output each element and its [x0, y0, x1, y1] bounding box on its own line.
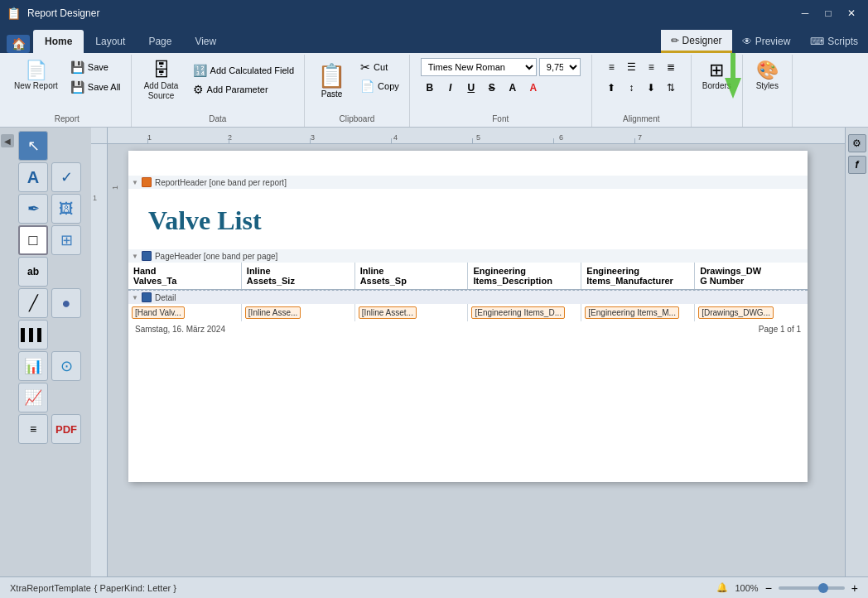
- font-family-select[interactable]: Times New Roman: [421, 58, 537, 76]
- new-report-button[interactable]: 📄 New Report: [8, 58, 64, 94]
- strikethrough-button[interactable]: S: [483, 79, 501, 97]
- detail-cell-0[interactable]: [Hand Valv...: [128, 304, 242, 321]
- font-color-button[interactable]: A: [524, 79, 542, 97]
- toolbox-pdf[interactable]: PDF: [51, 414, 81, 444]
- detail-cell-3[interactable]: [Engineering Items_D...: [468, 304, 581, 321]
- tab-designer[interactable]: ✏ Designer: [661, 30, 732, 53]
- styles-button[interactable]: 🎨 Styles: [750, 58, 784, 94]
- toolbox-gauge[interactable]: ⊙: [51, 351, 81, 381]
- toolbox-barcode[interactable]: ▌▌▌: [18, 320, 48, 350]
- footer-date: Samstag, 16. März 2024: [135, 325, 225, 334]
- align-top-button[interactable]: ⬆: [602, 79, 620, 97]
- borders-button[interactable]: ⊞ Borders: [697, 58, 737, 94]
- ribbon-group-report-label: Report: [55, 113, 80, 127]
- zoom-in-button[interactable]: +: [851, 581, 858, 595]
- new-report-icon: 📄: [25, 61, 47, 80]
- cut-icon: ✂: [360, 60, 370, 74]
- close-button[interactable]: ✕: [841, 5, 861, 22]
- align-center-button[interactable]: ☰: [622, 58, 640, 76]
- align-right-button[interactable]: ≡: [642, 58, 660, 76]
- add-parameter-button[interactable]: ⚙ Add Parameter: [188, 80, 300, 99]
- copy-button[interactable]: 📄 Copy: [355, 77, 404, 95]
- align-bottom-button[interactable]: ⬇: [642, 79, 660, 97]
- zoom-slider[interactable]: [779, 586, 845, 590]
- align-distribute-button[interactable]: ⇅: [662, 79, 680, 97]
- detail-cell-4[interactable]: [Engineering Items_M...: [581, 304, 695, 321]
- status-bar: XtraReportTemplate { PaperKind: Letter }…: [0, 576, 868, 598]
- save-icon: 💾: [70, 60, 84, 74]
- add-calculated-field-button[interactable]: 🔢 Add Calculated Field: [188, 61, 300, 80]
- add-data-source-button[interactable]: 🗄 Add DataSource: [137, 58, 186, 104]
- align-middle-button[interactable]: ↕: [622, 79, 640, 97]
- ribbon-group-data: 🗄 Add DataSource 🔢 Add Calculated Field …: [132, 55, 306, 127]
- column-header-2: InlineAssets_Sp: [355, 263, 469, 289]
- zoom-thumb[interactable]: [818, 583, 828, 593]
- detail-cell-1[interactable]: [Inline Asse...: [242, 304, 355, 321]
- field-tag-0[interactable]: [Hand Valv...: [132, 306, 185, 319]
- minimize-button[interactable]: ─: [795, 5, 815, 22]
- status-paper-kind: { PaperKind: Letter }: [94, 583, 176, 593]
- report-title[interactable]: Valve List: [128, 189, 808, 249]
- toolbox-collapse-button[interactable]: ◀: [1, 134, 14, 147]
- toolbox-shape[interactable]: □: [18, 225, 48, 255]
- zoom-out-button[interactable]: −: [765, 581, 772, 595]
- toolbox-image[interactable]: 🖼: [51, 194, 81, 224]
- tab-view[interactable]: View: [183, 30, 228, 53]
- report-canvas[interactable]: 1 ▼ ReportHeader [one band per report] V…: [108, 144, 828, 576]
- toolbox-sparkline[interactable]: 📈: [18, 383, 48, 412]
- font-size-select[interactable]: 9,75: [539, 58, 581, 76]
- field-tag-3[interactable]: [Engineering Items_D...: [471, 306, 565, 319]
- field-tag-2[interactable]: [Inline Asset...: [359, 306, 417, 319]
- restore-button[interactable]: □: [818, 5, 838, 22]
- tab-page[interactable]: Page: [137, 30, 183, 53]
- field-tag-1[interactable]: [Inline Asse...: [245, 306, 301, 319]
- styles-label: Styles: [756, 81, 779, 91]
- toolbox-table[interactable]: ⊞: [51, 225, 81, 255]
- italic-button[interactable]: I: [441, 79, 460, 97]
- toolbox-richtext[interactable]: ≡: [18, 414, 48, 444]
- tab-preview[interactable]: 👁 Preview: [732, 30, 801, 53]
- toolbox-text[interactable]: A: [18, 162, 48, 192]
- copy-icon: 📄: [360, 80, 374, 93]
- footer-page: Page 1 of 1: [759, 325, 801, 334]
- ribbon-group-data-label: Data: [209, 113, 226, 127]
- align-justify-button[interactable]: ≣: [662, 58, 680, 76]
- right-panel-settings-button[interactable]: ⚙: [848, 134, 866, 152]
- add-calculated-icon: 🔢: [193, 64, 207, 77]
- borders-label: Borders: [702, 81, 731, 91]
- toolbox-line[interactable]: ╱: [18, 288, 48, 318]
- detail-icon: [142, 292, 152, 302]
- save-button[interactable]: 💾 Save: [65, 58, 126, 76]
- field-tag-5[interactable]: [Drawings_DWG...: [698, 306, 774, 319]
- report-header-label: ReportHeader [one band per report]: [155, 178, 287, 187]
- detail-cell-2[interactable]: [Inline Asset...: [355, 304, 469, 321]
- highlight-button[interactable]: A: [504, 79, 522, 97]
- align-left-button[interactable]: ≡: [602, 58, 620, 76]
- ribbon-group-alignment-label: Alignment: [623, 113, 659, 127]
- toolbox-chart[interactable]: 📊: [18, 351, 48, 381]
- tab-layout[interactable]: Layout: [84, 30, 137, 53]
- borders-icon: ⊞: [709, 61, 724, 80]
- toolbox-ellipse[interactable]: ●: [51, 288, 81, 318]
- detail-cell-5[interactable]: [Drawings_DWG...: [695, 304, 808, 321]
- toolbox-textbox[interactable]: ab: [18, 257, 48, 287]
- toolbox-cursor[interactable]: ↖: [18, 131, 48, 161]
- paste-button[interactable]: 📋 Paste: [310, 58, 354, 103]
- underline-button[interactable]: U: [462, 79, 480, 97]
- tab-scripts[interactable]: ⌨ Scripts: [800, 30, 868, 53]
- page-header-icon: [142, 251, 152, 261]
- tab-home[interactable]: Home: [33, 30, 84, 53]
- toolbox-checkbox[interactable]: ✓: [51, 162, 81, 192]
- toolbox-draw[interactable]: ✒: [18, 194, 48, 224]
- bell-icon: 🔔: [716, 582, 728, 593]
- bold-button[interactable]: B: [421, 79, 439, 97]
- detail-label: Detail: [155, 293, 176, 302]
- cut-button[interactable]: ✂ Cut: [355, 58, 404, 76]
- paste-label: Paste: [321, 89, 343, 99]
- right-panel-fields-button[interactable]: f: [848, 156, 866, 174]
- ruler-corner: [91, 128, 108, 144]
- field-tag-4[interactable]: [Engineering Items_M...: [585, 306, 679, 319]
- save-all-button[interactable]: 💾 Save All: [65, 78, 126, 96]
- new-report-label: New Report: [14, 81, 58, 91]
- page-footer: Samstag, 16. März 2024 Page 1 of 1: [128, 321, 808, 337]
